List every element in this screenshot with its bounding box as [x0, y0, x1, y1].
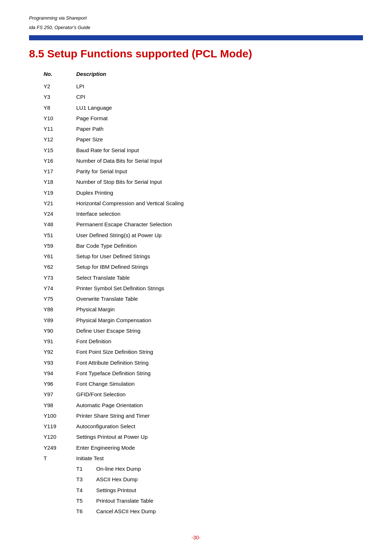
page-number: -30-: [192, 535, 201, 540]
row-desc: Paper Path: [76, 125, 363, 133]
row-no: Y17: [44, 167, 76, 175]
row-desc: Printer Share String and Timer: [76, 412, 363, 420]
row-desc: Setup for User Defined Strings: [76, 252, 363, 260]
table-row: Y94Font Typeface Definition String: [44, 369, 363, 377]
table-row: Y12Paper Size: [44, 135, 363, 143]
row-no: Y12: [44, 135, 76, 143]
row-desc: Baud Rate for Serial Input: [76, 146, 363, 154]
row-desc: Bar Code Type Definition: [76, 242, 363, 250]
col-desc-header: Description: [76, 71, 363, 77]
sub-no: T1: [76, 465, 96, 473]
table-row: Y73Select Translate Table: [44, 274, 363, 282]
row-no: Y24: [44, 210, 76, 218]
row-no: Y88: [44, 305, 76, 313]
row-desc: User Defined String(s) at Power Up: [76, 231, 363, 239]
table-row: Y15Baud Rate for Serial Input: [44, 146, 363, 154]
row-desc: Enter Engineering Mode: [76, 443, 363, 452]
row-desc: Page Format: [76, 114, 363, 122]
table-row: Y2LPI: [44, 82, 363, 90]
sub-desc: Settings Printout: [96, 486, 363, 494]
row-no: Y119: [44, 422, 76, 430]
table-row: Y90Define User Escape String: [44, 327, 363, 335]
table-row: TInitiate Test: [44, 454, 363, 462]
table-row: Y18Number of Stop Bits for Serial Input: [44, 178, 363, 186]
table-header: No. Description: [44, 71, 363, 77]
table-row: Y89Physical Margin Compensation: [44, 316, 363, 324]
row-no: Y93: [44, 358, 76, 367]
section-title: 8.5 Setup Functions supported (PCL Mode): [29, 48, 363, 60]
row-no: Y59: [44, 242, 76, 250]
row-desc: Autoconfiguration Select: [76, 422, 363, 430]
sub-no: T4: [76, 486, 96, 494]
row-desc: Overwrite Translate Table: [76, 295, 363, 303]
row-desc: Duplex Printing: [76, 189, 363, 197]
table-row: Y10Page Format: [44, 114, 363, 122]
sub-no: T3: [76, 475, 96, 483]
sub-desc: Cancel ASCII Hex Dump: [96, 507, 363, 515]
row-no: Y91: [44, 337, 76, 345]
row-desc: Number of Stop Bits for Serial Input: [76, 178, 363, 186]
row-no: Y62: [44, 263, 76, 271]
sub-desc: On-line Hex Dump: [96, 465, 363, 473]
sub-row: T3ASCII Hex Dump: [76, 475, 363, 483]
header-line2: ida FS 250, Operator's Guide: [29, 24, 363, 31]
row-desc: Automatic Page Orientation: [76, 401, 363, 409]
row-desc: Printer Symbol Set Definition Strings: [76, 284, 363, 292]
table-row: Y91Font Definition: [44, 337, 363, 345]
row-no: Y48: [44, 220, 76, 228]
row-desc: CPI: [76, 93, 363, 101]
table-row: Y249Enter Engineering Mode: [44, 443, 363, 452]
row-desc: Physical Margin: [76, 305, 363, 313]
row-desc: LU1 Language: [76, 104, 363, 112]
row-desc: Font Typeface Definition String: [76, 369, 363, 377]
table-row: Y48Permanent Escape Character Selection: [44, 220, 363, 228]
page: Programming via Shareport ida FS 250, Op…: [0, 0, 392, 555]
sub-row: T4Settings Printout: [76, 486, 363, 494]
table-row: Y21Horizontal Compression and Vertical S…: [44, 199, 363, 207]
row-no: T: [44, 454, 76, 462]
row-desc: Select Translate Table: [76, 274, 363, 282]
row-desc: GFID/Font Selection: [76, 390, 363, 398]
table-row: Y61Setup for User Defined Strings: [44, 252, 363, 260]
table-row: Y59Bar Code Type Definition: [44, 242, 363, 250]
row-desc: Paper Size: [76, 135, 363, 143]
row-no: Y10: [44, 114, 76, 122]
table-row: Y100Printer Share String and Timer: [44, 412, 363, 420]
table-row: Y11Paper Path: [44, 125, 363, 133]
table-row: Y120Settings Printout at Power Up: [44, 433, 363, 441]
row-desc: Parity for Serial Input: [76, 167, 363, 175]
sub-rows-container: T1On-line Hex DumpT3ASCII Hex DumpT4Sett…: [76, 465, 363, 515]
row-no: Y74: [44, 284, 76, 292]
row-desc: Initiate Test: [76, 454, 363, 462]
table-row: Y74Printer Symbol Set Definition Strings: [44, 284, 363, 292]
table-row: Y51User Defined String(s) at Power Up: [44, 231, 363, 239]
table-row: Y75Overwrite Translate Table: [44, 295, 363, 303]
row-no: Y18: [44, 178, 76, 186]
table-row: Y16Number of Data Bits for Serial Input: [44, 157, 363, 165]
row-desc: Physical Margin Compensation: [76, 316, 363, 324]
row-no: Y8: [44, 104, 76, 112]
row-no: Y75: [44, 295, 76, 303]
row-desc: Setup for IBM Defined Strings: [76, 263, 363, 271]
row-no: Y2: [44, 82, 76, 90]
row-no: Y15: [44, 146, 76, 154]
sub-desc: ASCII Hex Dump: [96, 475, 363, 483]
row-desc: Horizontal Compression and Vertical Scal…: [76, 199, 363, 207]
table-row: Y97GFID/Font Selection: [44, 390, 363, 398]
table-row: Y93Font Attribute Definition String: [44, 358, 363, 367]
row-no: Y11: [44, 125, 76, 133]
row-no: Y89: [44, 316, 76, 324]
table-row: Y119Autoconfiguration Select: [44, 422, 363, 430]
table-row: Y24Interface selection: [44, 210, 363, 218]
rows-container: Y2LPIY3CPIY8LU1 LanguageY10Page FormatY1…: [44, 82, 363, 515]
row-no: Y90: [44, 327, 76, 335]
table-row: Y92Font Point Size Definition String: [44, 348, 363, 356]
page-footer: -30-: [0, 535, 392, 540]
table-row: Y96Font Change Simulation: [44, 380, 363, 388]
table-row: Y3CPI: [44, 93, 363, 101]
row-desc: Number of Data Bits for Serial Input: [76, 157, 363, 165]
sub-row: T1On-line Hex Dump: [76, 465, 363, 473]
sub-desc: Printout Translate Table: [96, 497, 363, 505]
row-no: Y21: [44, 199, 76, 207]
row-no: Y97: [44, 390, 76, 398]
